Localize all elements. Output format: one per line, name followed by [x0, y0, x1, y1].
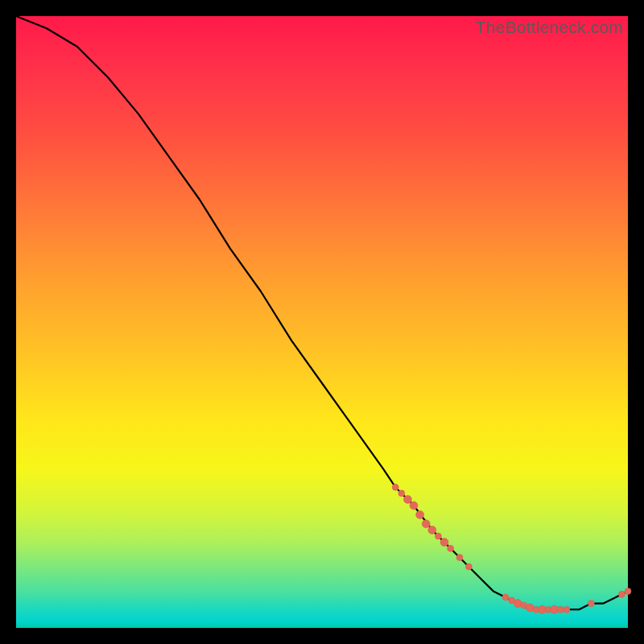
curve-marker [422, 520, 430, 528]
markers-group [392, 484, 631, 613]
curve-marker [416, 510, 424, 518]
curve-marker [392, 484, 398, 490]
curve-marker [502, 594, 509, 601]
curve-marker [398, 490, 405, 497]
curve-marker [448, 545, 454, 551]
curve-marker [526, 604, 534, 612]
curve-marker [564, 606, 570, 613]
chart-svg [16, 16, 628, 628]
curve-marker [456, 555, 463, 561]
curve-marker [403, 495, 411, 503]
curve-marker [588, 601, 594, 607]
curve-marker [625, 588, 631, 594]
curve-marker [618, 591, 625, 597]
bottleneck-curve-line [16, 16, 628, 609]
curve-marker [514, 600, 522, 608]
curve-marker [440, 539, 448, 547]
curve-marker [428, 526, 436, 534]
plot-area: TheBottleneck.com [16, 16, 628, 628]
chart-stage: TheBottleneck.com [0, 0, 644, 644]
curve-marker [465, 564, 472, 570]
curve-marker [435, 533, 441, 539]
curve-marker [557, 606, 564, 613]
curve-marker [410, 502, 418, 510]
